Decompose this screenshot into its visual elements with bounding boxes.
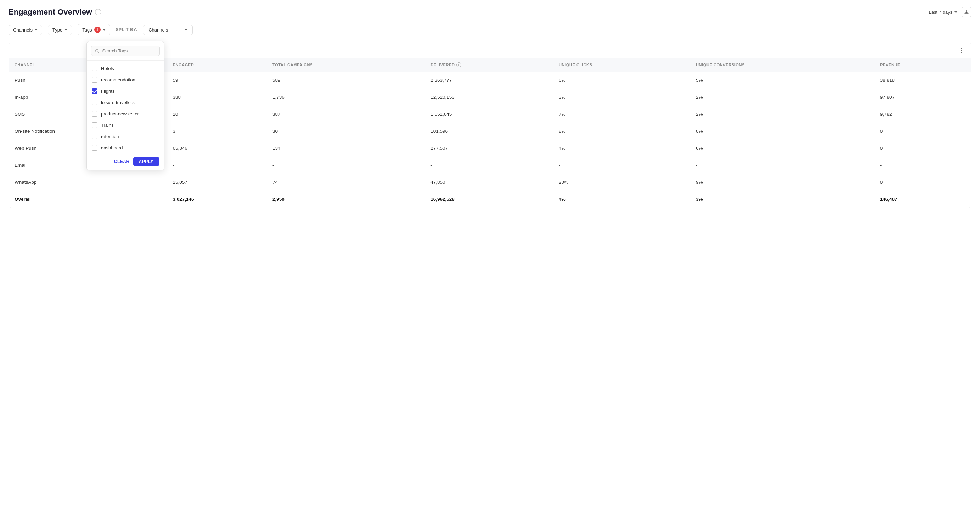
dropdown-item[interactable]: product-newsletter bbox=[87, 108, 164, 119]
dropdown-item[interactable]: Hotels bbox=[87, 63, 164, 74]
checkbox[interactable] bbox=[92, 88, 97, 94]
info-icon[interactable]: i bbox=[95, 9, 101, 15]
td-engaged: - bbox=[167, 157, 267, 174]
td-engaged: 20 bbox=[167, 106, 267, 123]
td-total_campaigns: 1,736 bbox=[267, 89, 425, 106]
apply-button[interactable]: APPLY bbox=[133, 157, 159, 167]
td-engaged: 388 bbox=[167, 89, 267, 106]
clear-button[interactable]: CLEAR bbox=[114, 159, 130, 164]
checkbox[interactable] bbox=[92, 77, 97, 83]
td-unique_conversions: - bbox=[690, 157, 874, 174]
download-button[interactable] bbox=[962, 7, 972, 17]
dropdown-item-label: recommendation bbox=[101, 77, 135, 83]
checkbox[interactable] bbox=[92, 111, 97, 116]
td-unique_conversions: 9% bbox=[690, 174, 874, 191]
search-icon bbox=[95, 49, 99, 54]
filters-row: Channels Type Tags 1 SPLIT BY: Channels bbox=[8, 24, 972, 35]
dropdown-item-label: product-newsletter bbox=[101, 111, 139, 116]
td-unique_clicks: 4% bbox=[553, 191, 690, 208]
td-channel: Overall bbox=[9, 191, 167, 208]
dropdown-footer: CLEAR APPLY bbox=[87, 153, 164, 170]
channels-filter-button[interactable]: Channels bbox=[8, 25, 42, 35]
td-total_campaigns: 30 bbox=[267, 123, 425, 140]
split-by-value: Channels bbox=[148, 27, 168, 33]
dropdown-item-label: Hotels bbox=[101, 66, 114, 71]
dropdown-item[interactable]: Flights bbox=[87, 85, 164, 97]
td-revenue: 146,407 bbox=[874, 191, 971, 208]
td-revenue: 97,807 bbox=[874, 89, 971, 106]
th-revenue: REVENUE bbox=[874, 58, 971, 72]
chevron-down-icon bbox=[185, 29, 188, 31]
delivered-info-icon[interactable]: i bbox=[457, 62, 461, 67]
dropdown-item[interactable]: dashboard bbox=[87, 142, 164, 153]
td-unique_clicks: 20% bbox=[553, 174, 690, 191]
header-right: Last 7 days bbox=[929, 7, 972, 17]
dropdown-search bbox=[87, 41, 164, 60]
chevron-down-icon bbox=[35, 29, 38, 31]
td-unique_clicks: - bbox=[553, 157, 690, 174]
td-revenue: 0 bbox=[874, 174, 971, 191]
tags-badge: 1 bbox=[94, 27, 100, 33]
checkbox[interactable] bbox=[92, 145, 97, 151]
type-filter-button[interactable]: Type bbox=[48, 25, 72, 35]
checkbox[interactable] bbox=[92, 65, 97, 71]
td-revenue: 9,782 bbox=[874, 106, 971, 123]
td-unique_clicks: 8% bbox=[553, 123, 690, 140]
td-total_campaigns: 74 bbox=[267, 174, 425, 191]
checkbox[interactable] bbox=[92, 133, 97, 139]
td-channel: WhatsApp bbox=[9, 174, 167, 191]
td-delivered: 16,962,528 bbox=[425, 191, 553, 208]
dropdown-item-label: Flights bbox=[101, 89, 115, 94]
td-unique_conversions: 5% bbox=[690, 72, 874, 89]
td-revenue: - bbox=[874, 157, 971, 174]
page-title: Engagement Overview i bbox=[8, 8, 101, 17]
td-delivered: 12,520,153 bbox=[425, 89, 553, 106]
checkbox[interactable] bbox=[92, 122, 97, 128]
th-unique-clicks: UNIQUE CLICKS bbox=[553, 58, 690, 72]
td-unique_clicks: 3% bbox=[553, 89, 690, 106]
td-engaged: 59 bbox=[167, 72, 267, 89]
table-row: WhatsApp25,0577447,85020%9%0 bbox=[9, 174, 971, 191]
td-total_campaigns: 387 bbox=[267, 106, 425, 123]
dropdown-item[interactable]: retention bbox=[87, 131, 164, 142]
th-total-campaigns: TOTAL CAMPAIGNS bbox=[267, 58, 425, 72]
td-delivered: 277,507 bbox=[425, 140, 553, 157]
td-total_campaigns: 589 bbox=[267, 72, 425, 89]
split-by-select[interactable]: Channels bbox=[143, 25, 193, 35]
dropdown-item[interactable]: recommendation bbox=[87, 74, 164, 85]
td-delivered: 2,363,777 bbox=[425, 72, 553, 89]
td-unique_conversions: 2% bbox=[690, 106, 874, 123]
date-filter-button[interactable]: Last 7 days bbox=[929, 10, 958, 15]
dropdown-item-label: retention bbox=[101, 134, 119, 139]
chevron-down-icon bbox=[64, 29, 67, 31]
td-unique_conversions: 0% bbox=[690, 123, 874, 140]
tags-dropdown: HotelsrecommendationFlightsleisure trave… bbox=[86, 41, 164, 170]
td-revenue: 38,818 bbox=[874, 72, 971, 89]
table-row: Overall3,027,1462,95016,962,5284%3%146,4… bbox=[9, 191, 971, 208]
search-tags-input[interactable] bbox=[102, 48, 156, 54]
dropdown-item[interactable]: Trains bbox=[87, 119, 164, 131]
split-by-label: SPLIT BY: bbox=[116, 27, 138, 32]
checkbox[interactable] bbox=[92, 100, 97, 105]
td-engaged: 25,057 bbox=[167, 174, 267, 191]
dropdown-item-label: dashboard bbox=[101, 145, 123, 151]
dropdown-item-label: leisure travellers bbox=[101, 100, 135, 105]
download-icon bbox=[964, 10, 969, 14]
td-unique_clicks: 4% bbox=[553, 140, 690, 157]
td-total_campaigns: 2,950 bbox=[267, 191, 425, 208]
th-unique-conversions: UNIQUE CONVERSIONS bbox=[690, 58, 874, 72]
chevron-down-icon bbox=[955, 11, 957, 13]
page-title-text: Engagement Overview bbox=[8, 8, 92, 17]
chevron-down-icon bbox=[103, 29, 106, 31]
th-engaged: ENGAGED bbox=[167, 58, 267, 72]
td-total_campaigns: - bbox=[267, 157, 425, 174]
tags-filter-button[interactable]: Tags 1 bbox=[78, 24, 110, 35]
header-row: Engagement Overview i Last 7 days bbox=[8, 7, 972, 17]
td-engaged: 65,846 bbox=[167, 140, 267, 157]
dropdown-item[interactable]: leisure travellers bbox=[87, 97, 164, 108]
td-unique_conversions: 3% bbox=[690, 191, 874, 208]
dropdown-item-label: Trains bbox=[101, 122, 114, 128]
td-unique_conversions: 2% bbox=[690, 89, 874, 106]
td-revenue: 0 bbox=[874, 123, 971, 140]
more-options-icon[interactable]: ⋮ bbox=[958, 46, 966, 54]
